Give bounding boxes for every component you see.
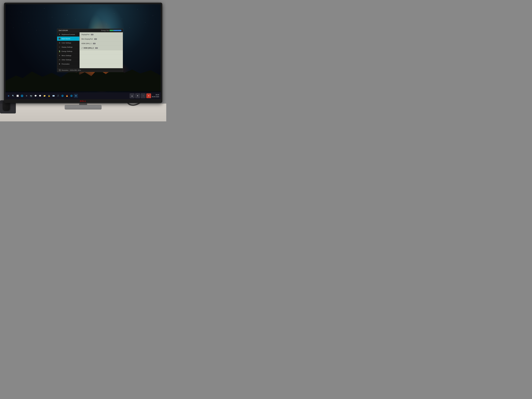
edge-icon[interactable]: 🌐 — [20, 94, 24, 98]
hdmi2-icon — [95, 47, 98, 49]
hdmi1-label: HDMI (MHL) 1 — [81, 43, 92, 44]
input-hdmi2[interactable]: ✓ HDMI (MHL) 2 — [80, 46, 123, 50]
input-empty-2 — [80, 55, 123, 59]
osd-left-menu: ✳ Brightness/Contrast ⬛ Input Source ⊙ C… — [57, 32, 80, 68]
messaging-icon[interactable]: 💬 — [33, 94, 38, 98]
displayport-icon — [91, 34, 93, 35]
menu-item-color-settings[interactable]: ⊙ Color Settings — [57, 41, 79, 45]
resolution-label: Resolution : 1920x1080, 60Hz — [62, 70, 81, 71]
osd-body: ✳ Brightness/Contrast ⬛ Input Source ⊙ C… — [57, 32, 123, 68]
brightness-label: Brightness/Contrast — [62, 34, 75, 35]
energy-seg-1 — [110, 30, 111, 31]
other-settings-icon: ≔ — [58, 59, 61, 61]
osd-content-panel: DisplayPort Mini DisplayPort HDMI (MHL) … — [80, 32, 123, 68]
hdmi2-checkmark: ✓ — [81, 47, 83, 49]
clock-display: 18:04 08.04.2024 — [152, 94, 159, 98]
color-settings-icon: ⊙ — [58, 42, 61, 44]
windows-start-button[interactable]: ⊞ — [6, 94, 11, 98]
menu-item-other-settings[interactable]: ≔ Other Settings — [57, 58, 79, 62]
displayport-label: DisplayPort — [81, 34, 89, 36]
menu-item-brightness[interactable]: ✳ Brightness/Contrast — [57, 32, 79, 37]
energy-bar — [110, 30, 121, 31]
display-settings-label: Display Settings — [62, 46, 72, 48]
energy-use-indicator: Energy Use — [101, 30, 121, 31]
search-button[interactable]: 🔍 — [11, 94, 15, 98]
monitor-frame: DELL Dell U2414H E — [4, 3, 162, 103]
menu-item-input-source[interactable]: ⬛ Input Source — [57, 37, 79, 41]
energy-settings-icon: 🍃 — [58, 50, 61, 52]
nav-select-button[interactable]: → — [141, 93, 146, 98]
screen: Dell U2414H Energy Use — [6, 4, 161, 99]
resolution-icon: ⬛ — [59, 69, 61, 71]
chat-icon[interactable]: 💬 — [38, 94, 42, 98]
folder-icon[interactable]: 📁 — [43, 94, 46, 98]
display-settings-icon: □ — [58, 46, 61, 48]
app-settings-icon[interactable]: ⚙ — [74, 94, 78, 98]
energy-seg-9 — [120, 30, 121, 31]
energy-seg-6 — [116, 30, 117, 31]
input-source-icon: ⬛ — [58, 38, 61, 40]
browser-icon[interactable]: 🌐 — [60, 94, 64, 98]
osd-footer: ⬛ Resolution : 1920x1080, 60Hz — [57, 68, 123, 72]
lock-icon[interactable]: 🔒 — [47, 94, 51, 98]
input-empty-3 — [80, 59, 123, 64]
osd-header: Dell U2414H Energy Use — [57, 29, 123, 32]
menu-item-display-settings[interactable]: □ Display Settings — [57, 45, 79, 49]
taskbar-right: ▲ ▼ → ✕ 18:04 08.04.2024 — [130, 93, 160, 98]
email-icon[interactable]: 📧 — [51, 94, 55, 98]
energy-settings-label: Energy Settings — [62, 51, 72, 52]
menu-settings-icon: ≡ — [58, 55, 61, 57]
menu-item-personalize[interactable]: ★ Personalize — [57, 62, 79, 66]
camera-icon[interactable]: 📷 — [29, 94, 33, 98]
music-icon[interactable]: 🎵 — [56, 94, 60, 98]
other-settings-label: Other Settings — [62, 59, 71, 61]
energy-seg-4 — [114, 30, 115, 31]
menu-item-menu-settings[interactable]: ≡ Menu Settings — [57, 53, 79, 58]
personalize-label: Personalize — [62, 63, 70, 65]
date-value: 08.04.2024 — [152, 96, 159, 98]
energy-seg-3 — [112, 30, 113, 31]
input-empty-4 — [80, 64, 123, 68]
mini-displayport-icon — [94, 38, 97, 40]
nav-up-button[interactable]: ▲ — [130, 93, 134, 98]
input-mini-displayport[interactable]: Mini DisplayPort — [80, 37, 123, 41]
input-displayport[interactable]: DisplayPort — [80, 32, 123, 37]
osd-model-title: Dell U2414H — [59, 30, 68, 32]
menu-item-energy-settings[interactable]: 🍃 Energy Settings — [57, 49, 79, 53]
dell-logo: DELL — [80, 100, 86, 102]
energy-seg-2 — [111, 30, 112, 31]
brightness-icon: ✳ — [58, 33, 61, 35]
hdmi2-label: HDMI (MHL) 2 — [83, 47, 94, 49]
mini-displayport-label: Mini DisplayPort — [81, 38, 93, 40]
monitor-base — [65, 105, 101, 109]
input-empty-1 — [80, 50, 123, 55]
input-source-label: Input Source — [62, 38, 70, 39]
osd-menu-container: Dell U2414H Energy Use — [57, 29, 123, 72]
time-value: 18:04 — [152, 94, 159, 96]
settings-taskbar-icon[interactable]: ⚙ — [25, 94, 29, 98]
energy-seg-7 — [118, 30, 119, 31]
energy-seg-8 — [119, 30, 120, 31]
nav-down-button[interactable]: ▼ — [135, 93, 140, 98]
chrome-icon[interactable]: 🌐 — [70, 94, 73, 98]
personalize-icon: ★ — [58, 63, 61, 65]
firefox-icon[interactable]: 🔥 — [65, 94, 69, 98]
color-settings-label: Color Settings — [62, 42, 71, 44]
menu-settings-label: Menu Settings — [62, 55, 71, 56]
taskbar: ⊞ 🔍 ⬜ 🌐 ⚙ 📷 💬 💬 📁 🔒 📧 🎵 🌐 🔥 🌐 ⚙ ▲ ▼ — [6, 92, 161, 99]
osd-close-button[interactable]: ✕ — [146, 93, 151, 98]
energy-use-label: Energy Use — [101, 30, 109, 31]
input-hdmi1[interactable]: HDMI (MHL) 1 — [80, 41, 123, 46]
task-view-button[interactable]: ⬜ — [16, 94, 19, 98]
hdmi1-icon — [93, 43, 95, 44]
energy-seg-5 — [115, 30, 116, 31]
taskbar-left: ⊞ 🔍 ⬜ 🌐 ⚙ 📷 💬 💬 📁 🔒 📧 🎵 🌐 🔥 🌐 ⚙ — [6, 94, 130, 98]
